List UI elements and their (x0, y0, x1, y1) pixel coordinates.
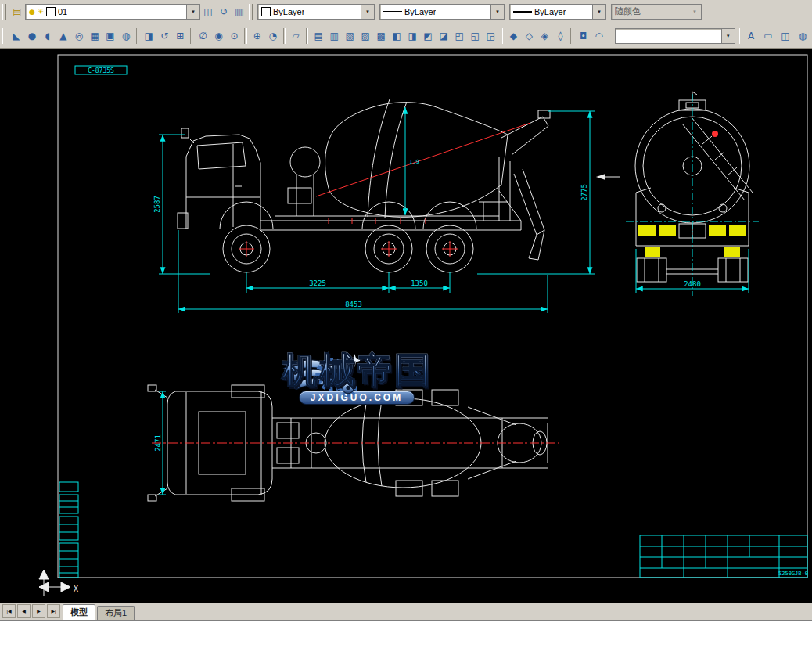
toolbar-grip[interactable] (2, 28, 5, 44)
extrude-icon[interactable]: ◨ (141, 27, 156, 45)
copy-icon[interactable]: ▭ (760, 27, 777, 45)
viewport-config-icon-9[interactable]: ◪ (436, 27, 451, 45)
ucs-x-label: X (74, 585, 78, 593)
layer-combo[interactable]: ● ☀ 01 ▼ (25, 4, 200, 20)
viewport-config-icon-8[interactable]: ◩ (420, 27, 436, 45)
autocad-window: ▤ ● ☀ 01 ▼ ◫ ↺ ▥ ByLayer ▼ ByLayer ▼ ByL… (0, 0, 812, 659)
toolbar-grip[interactable] (2, 4, 6, 20)
dome-icon[interactable]: ◖ (40, 27, 56, 45)
dimension-label: 2480 (684, 280, 701, 288)
plotstyle-combo: 随颜色 ▼ (611, 4, 702, 20)
orbit-icon[interactable]: ◔ (265, 27, 281, 45)
layer-states-icon[interactable]: ▥ (232, 3, 247, 20)
toolbar-separator (501, 28, 503, 44)
named-view-combo[interactable]: ▼ (615, 28, 735, 44)
layer-properties-manager-icon[interactable]: ▤ (9, 3, 25, 20)
lineweight-value: ByLayer (534, 7, 566, 16)
layers-properties-toolbar: ▤ ● ☀ 01 ▼ ◫ ↺ ▥ ByLayer ▼ ByLayer ▼ ByL… (0, 0, 812, 23)
circle-icon[interactable]: ⊙ (226, 27, 242, 45)
tab-nav-last-button[interactable]: ▶| (47, 604, 60, 618)
modeling-views-toolbar: ◣ ● ◖ ▲ ◎ ▦ ▣ ◍ ◨ ↺ ⊞ ∅ ◉ ⊙ ⊕ ◔ ▱ ▤ ▥ ▧ … (0, 23, 812, 49)
view-diamond-icon-3[interactable]: ◈ (537, 27, 552, 45)
dish-icon[interactable]: ◍ (118, 27, 134, 45)
toolbar-separator (738, 28, 740, 44)
model-space-canvas[interactable]: C-8735S (0, 49, 812, 603)
revolve-icon[interactable]: ↺ (156, 27, 172, 45)
lineweight-sample (513, 11, 532, 13)
dimension-label: 8453 (345, 301, 362, 308)
linetype-combo[interactable]: ByLayer ▼ (379, 4, 505, 20)
tab-nav-prev-button[interactable]: ◀ (17, 604, 31, 618)
named-views-icon[interactable]: ⊕ (250, 27, 265, 45)
paper-layout-icon[interactable]: ▱ (288, 27, 304, 45)
viewport-config-icon-10[interactable]: ◰ (451, 27, 467, 45)
drawing-viewport[interactable]: C-8735S (0, 49, 812, 603)
torus-icon[interactable]: ◎ (71, 27, 87, 45)
side-view (178, 99, 620, 272)
viewport-config-icon-11[interactable]: ◱ (467, 27, 483, 45)
viewport-config-icon-1[interactable]: ▤ (311, 27, 326, 45)
view-diamond-icon-1[interactable]: ◆ (505, 27, 521, 45)
linetype-value: ByLayer (404, 7, 436, 16)
view-diamond-icon-4[interactable]: ◊ (552, 27, 568, 45)
viewport-config-icon-3[interactable]: ▧ (342, 27, 357, 45)
current-color-swatch (261, 7, 271, 16)
mesh-icon[interactable]: ▦ (87, 27, 102, 45)
dimension-label: 2471 (154, 434, 162, 452)
sphere-icon[interactable]: ● (24, 27, 40, 45)
ucs-icon (39, 570, 70, 596)
tab-model[interactable]: 模型 (63, 604, 95, 620)
plotstyle-combo-dropdown-button: ▼ (688, 5, 701, 19)
layer-combo-dropdown-button[interactable]: ▼ (186, 5, 199, 19)
toolbar-separator (306, 28, 308, 44)
viewport-config-icon-5[interactable]: ▩ (373, 27, 389, 45)
dimension-label: 2775 (580, 184, 588, 201)
wedge-icon[interactable]: ◣ (9, 27, 24, 45)
view-diamond-icon-2[interactable]: ◇ (521, 27, 537, 45)
box-icon[interactable]: ▣ (102, 27, 118, 45)
text-style-icon[interactable]: A (742, 27, 760, 45)
lineweight-combo[interactable]: ByLayer ▼ (509, 4, 606, 20)
linetype-combo-dropdown-button[interactable]: ▼ (490, 5, 504, 19)
dimension-label: 1350 (411, 279, 428, 287)
layer-previous-icon[interactable]: ↺ (216, 3, 232, 20)
layer-on-icon: ● (29, 8, 35, 16)
viewport-config-icon-2[interactable]: ▥ (326, 27, 342, 45)
donut-icon[interactable]: ◉ (210, 27, 226, 45)
rear-view-centerlines (626, 94, 759, 296)
toolbar-separator (283, 28, 286, 44)
viewport-config-icon-7[interactable]: ◨ (404, 27, 420, 45)
make-object-layer-current-icon[interactable]: ◫ (200, 3, 216, 20)
named-view-dropdown-button[interactable]: ▼ (721, 29, 735, 43)
linetype-sample (383, 11, 402, 12)
tab-nav-first-button[interactable]: |◀ (2, 604, 16, 618)
palettes-icon[interactable]: ◫ (777, 27, 794, 45)
layer-thaw-icon: ☀ (38, 8, 44, 16)
side-view-centerlines (239, 123, 530, 257)
viewport-config-icon-6[interactable]: ◧ (389, 27, 404, 45)
dimension-label: 2587 (153, 196, 161, 213)
info-icon[interactable]: ◍ (794, 27, 811, 45)
viewport-config-icon-12[interactable]: ◲ (483, 27, 498, 45)
color-combo[interactable]: ByLayer ▼ (257, 4, 375, 20)
sheet-frame (58, 55, 807, 578)
lineweight-combo-dropdown-button[interactable]: ▼ (592, 5, 605, 19)
layout-tab-bar: |◀ ◀ ▶ ▶| 模型 布局1 (0, 603, 812, 620)
layer-name: 01 (58, 7, 67, 16)
toolbar-grip[interactable] (249, 4, 253, 20)
toolbar-separator (136, 28, 138, 44)
tab-layout1[interactable]: 布局1 (97, 606, 135, 620)
drawing-number-text: C-8735S (88, 67, 114, 74)
array-icon[interactable]: ⊞ (172, 27, 188, 45)
arc-icon[interactable]: ◠ (591, 27, 607, 45)
command-line-panel[interactable]: Electrical 菜单实用程序 已加载。 DWG。 此文件上次由 Autod… (0, 620, 812, 659)
viewport-config-icon-4[interactable]: ▨ (357, 27, 373, 45)
ellipse-icon[interactable]: ∅ (195, 27, 210, 45)
render-image-icon[interactable]: ◘ (576, 27, 591, 45)
side-view-dimensions (159, 107, 595, 313)
layer-color-swatch (46, 7, 56, 16)
color-combo-dropdown-button[interactable]: ▼ (361, 5, 374, 19)
color-value: ByLayer (273, 7, 304, 16)
tab-nav-next-button[interactable]: ▶ (32, 604, 45, 618)
cone-icon[interactable]: ▲ (56, 27, 71, 45)
